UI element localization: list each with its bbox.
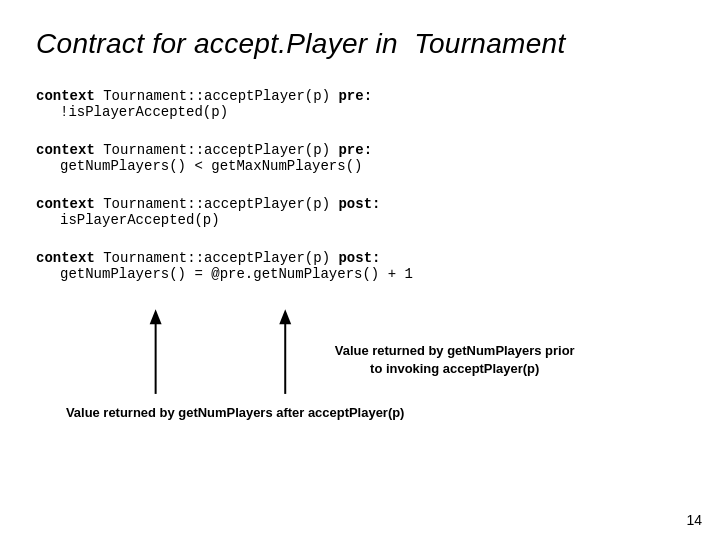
slide-number: 14 <box>686 512 702 528</box>
keyword-context: context <box>36 250 95 266</box>
code-line: context Tournament::acceptPlayer(p) post… <box>36 250 684 266</box>
keyword-context: context <box>36 196 95 212</box>
code-line: context Tournament::acceptPlayer(p) post… <box>36 196 684 212</box>
code-block-3: context Tournament::acceptPlayer(p) post… <box>36 196 684 228</box>
code-block-1: context Tournament::acceptPlayer(p) pre:… <box>36 88 684 120</box>
arrows-diagram: Value returned by getNumPlayers priorto … <box>36 304 684 434</box>
title-prefix: Contract for accept.Player in <box>36 28 414 59</box>
keyword-post: post: <box>338 250 380 266</box>
code-line: isPlayerAccepted(p) <box>36 212 684 228</box>
keyword-pre: pre: <box>338 88 372 104</box>
code-line: getNumPlayers() < getMaxNumPlayers() <box>36 158 684 174</box>
svg-marker-1 <box>150 309 162 324</box>
svg-marker-3 <box>279 309 291 324</box>
title-highlight: Tournament <box>414 28 565 59</box>
code-line: context Tournament::acceptPlayer(p) pre: <box>36 142 684 158</box>
code-line: context Tournament::acceptPlayer(p) pre: <box>36 88 684 104</box>
keyword-context: context <box>36 88 95 104</box>
keyword-pre: pre: <box>338 142 372 158</box>
slide-title: Contract for accept.Player in Tournament <box>36 28 684 60</box>
code-line: getNumPlayers() = @pre.getNumPlayers() +… <box>36 266 684 282</box>
keyword-context: context <box>36 142 95 158</box>
arrows-section: Value returned by getNumPlayers priorto … <box>36 304 684 434</box>
keyword-post: post: <box>338 196 380 212</box>
code-block-2: context Tournament::acceptPlayer(p) pre:… <box>36 142 684 174</box>
slide: Contract for accept.Player in Tournament… <box>0 0 720 540</box>
code-line: !isPlayerAccepted(p) <box>36 104 684 120</box>
code-block-4: context Tournament::acceptPlayer(p) post… <box>36 250 684 282</box>
